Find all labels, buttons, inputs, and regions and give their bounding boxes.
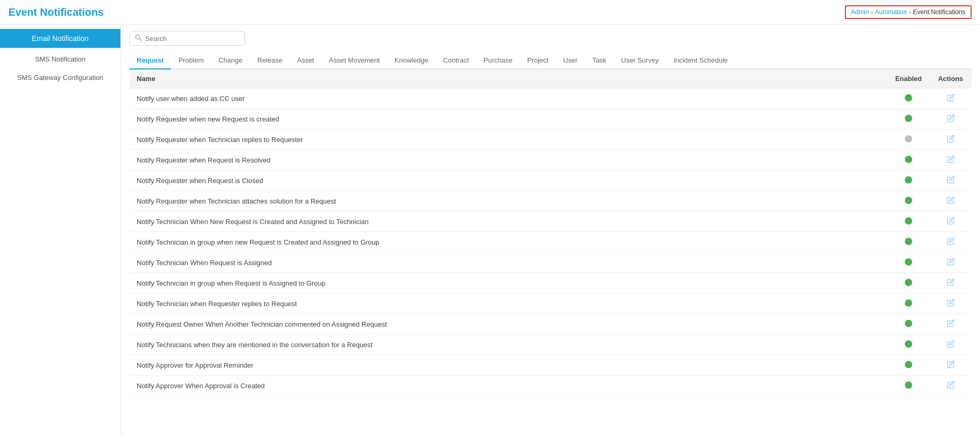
row-enabled[interactable]	[887, 88, 930, 109]
table-row: Notify Technician in group when new Requ…	[129, 232, 972, 252]
tab-task[interactable]: Task	[585, 52, 614, 69]
edit-icon[interactable]	[947, 95, 955, 103]
edit-icon[interactable]	[947, 115, 955, 124]
table-row: Notify Requester when Request is Resolve…	[129, 150, 972, 170]
tab-problem[interactable]: Problem	[171, 52, 211, 69]
row-enabled[interactable]	[887, 170, 930, 191]
breadcrumb-sep-2: ›	[909, 9, 911, 15]
row-enabled[interactable]	[887, 211, 930, 232]
row-name: Notify Technician when Requester replies…	[129, 294, 887, 314]
sms-notification-item[interactable]: SMS Notification	[0, 50, 120, 68]
row-enabled[interactable]	[887, 273, 930, 294]
search-icon	[135, 34, 142, 43]
tab-purchase[interactable]: Purchase	[476, 52, 520, 69]
row-actions	[930, 211, 972, 232]
breadcrumb-automation[interactable]: Automation	[875, 8, 907, 16]
table-row: Notify Requester when new Request is cre…	[129, 109, 972, 129]
enabled-icon	[905, 279, 912, 286]
edit-icon[interactable]	[947, 382, 955, 390]
edit-icon[interactable]	[947, 341, 955, 349]
row-actions	[930, 355, 972, 376]
row-actions	[930, 150, 972, 170]
row-name: Notify Technician in group when new Requ…	[129, 232, 887, 252]
tab-user-survey[interactable]: User Survey	[614, 52, 666, 69]
table-row: Notify Requester when Technician replies…	[129, 129, 972, 150]
row-name: Notify Requester when Technician replies…	[129, 129, 887, 150]
enabled-icon	[905, 340, 912, 348]
edit-icon[interactable]	[947, 197, 955, 206]
row-actions	[930, 232, 972, 252]
email-notification-button[interactable]: Email Notification	[0, 29, 120, 48]
row-name: Notify Technicians when they are mention…	[129, 335, 887, 355]
row-actions	[930, 335, 972, 355]
row-name: Notify Requester when Request is Resolve…	[129, 150, 887, 170]
enabled-icon	[905, 197, 912, 204]
edit-icon[interactable]	[947, 238, 955, 247]
row-name: Notify user when added as CC user	[129, 88, 887, 109]
col-actions-header: Actions	[930, 69, 972, 88]
tab-contract[interactable]: Contract	[436, 52, 476, 69]
row-actions	[930, 252, 972, 273]
row-enabled[interactable]	[887, 232, 930, 252]
page-title: Event Notifications	[8, 6, 104, 18]
enabled-icon	[905, 156, 912, 163]
row-enabled[interactable]	[887, 252, 930, 273]
row-name: Notify Approver for Approval Reminder	[129, 355, 887, 376]
table-row: Notify Requester when Request is Closed	[129, 170, 972, 191]
breadcrumb-sep-1: ›	[871, 9, 873, 15]
notifications-table: Name Enabled Actions Notify user when ad…	[129, 69, 972, 396]
breadcrumb-admin[interactable]: Admin	[851, 8, 869, 16]
edit-icon[interactable]	[947, 320, 955, 329]
tab-asset[interactable]: Asset	[290, 52, 322, 69]
table-row: Notify Technician in group when Request …	[129, 273, 972, 294]
table-container: Name Enabled Actions Notify user when ad…	[129, 69, 972, 429]
row-name: Notify Requester when Technician attache…	[129, 191, 887, 211]
edit-icon[interactable]	[947, 361, 955, 370]
row-actions	[930, 170, 972, 191]
table-row: Notify Technician when Requester replies…	[129, 294, 972, 314]
row-name: Notify Technician When New Request is Cr…	[129, 211, 887, 232]
tab-release[interactable]: Release	[250, 52, 290, 69]
edit-icon[interactable]	[947, 136, 955, 144]
table-row: Notify user when added as CC user	[129, 88, 972, 109]
enabled-icon	[905, 115, 912, 122]
row-enabled[interactable]	[887, 150, 930, 170]
edit-icon[interactable]	[947, 279, 955, 288]
breadcrumb: Admin › Automation › Event Notifications	[845, 5, 972, 19]
row-enabled[interactable]	[887, 314, 930, 335]
main-content: RequestProblemChangeReleaseAssetAsset Mo…	[121, 25, 980, 435]
enabled-icon	[905, 238, 912, 245]
edit-icon[interactable]	[947, 259, 955, 267]
row-name: Notify Requester when Request is Closed	[129, 170, 887, 191]
row-enabled[interactable]	[887, 191, 930, 211]
tab-request[interactable]: Request	[129, 52, 171, 69]
edit-icon[interactable]	[947, 177, 955, 185]
edit-icon[interactable]	[947, 218, 955, 226]
row-enabled[interactable]	[887, 355, 930, 376]
tab-knowledge[interactable]: Knowledge	[387, 52, 435, 69]
col-enabled-header: Enabled	[887, 69, 930, 88]
search-input[interactable]	[145, 35, 239, 43]
row-enabled[interactable]	[887, 109, 930, 129]
row-actions	[930, 314, 972, 335]
row-enabled[interactable]	[887, 294, 930, 314]
row-enabled[interactable]	[887, 335, 930, 355]
tab-project[interactable]: Project	[520, 52, 556, 69]
edit-icon[interactable]	[947, 300, 955, 308]
disabled-icon	[905, 135, 912, 143]
edit-icon[interactable]	[947, 156, 955, 165]
enabled-icon	[905, 299, 912, 307]
table-row: Notify Technician When New Request is Cr…	[129, 211, 972, 232]
row-actions	[930, 376, 972, 396]
search-bar	[129, 31, 245, 46]
row-enabled[interactable]	[887, 129, 930, 150]
tab-change[interactable]: Change	[211, 52, 250, 69]
enabled-icon	[905, 320, 912, 327]
tab-user[interactable]: User	[556, 52, 585, 69]
row-name: Notify Technician in group when Request …	[129, 273, 887, 294]
tab-incident-schedule[interactable]: Incident Schedule	[666, 52, 735, 69]
sms-gateway-item[interactable]: SMS Gateway Configuration	[0, 68, 120, 87]
breadcrumb-current: Event Notifications	[913, 8, 965, 16]
row-enabled[interactable]	[887, 376, 930, 396]
tab-asset-movement[interactable]: Asset Movement	[321, 52, 387, 69]
